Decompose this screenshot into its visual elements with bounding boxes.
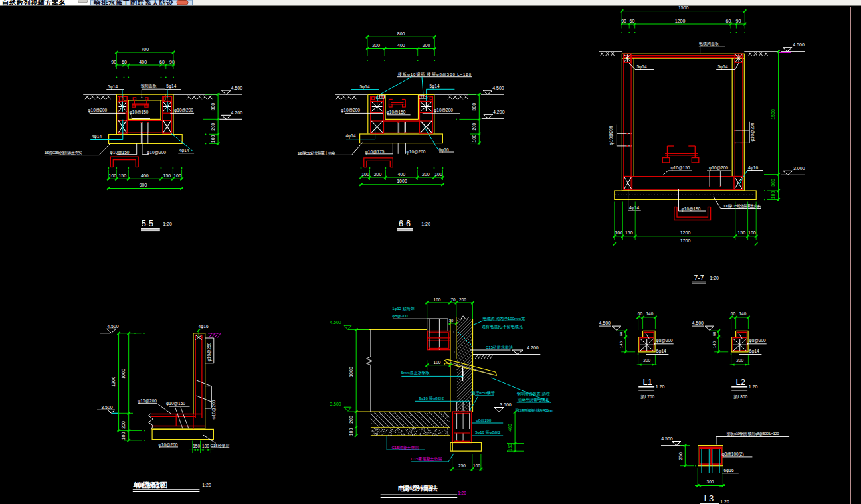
svg-text:150: 150	[625, 230, 633, 235]
svg-text:4.500: 4.500	[107, 324, 119, 329]
svg-text:100: 100	[473, 463, 480, 468]
svg-text:300: 300	[771, 179, 775, 187]
svg-text:4.200: 4.200	[527, 345, 539, 350]
svg-text:6φ16: 6φ16	[438, 147, 448, 153]
svg-text:4.500: 4.500	[330, 320, 341, 325]
svg-text:200: 200	[422, 172, 430, 177]
svg-text:6φ14: 6φ14	[749, 349, 759, 354]
svg-text:200: 200	[211, 123, 215, 131]
svg-text:φ8@200: φ8@200	[392, 314, 408, 318]
svg-text:140: 140	[739, 311, 746, 316]
svg-text:φ10@200: φ10@200	[159, 442, 178, 448]
svg-text:φ10@200: φ10@200	[147, 150, 166, 155]
svg-text:单侧壁板配筋图: 单侧壁板配筋图	[133, 481, 167, 489]
svg-text:4φ16: 4φ16	[748, 165, 758, 171]
svg-text:φ10@150: φ10@150	[682, 207, 701, 212]
svg-text:C15混凝土垫层: C15混凝土垫层	[391, 445, 419, 450]
svg-text:3.500: 3.500	[500, 402, 512, 407]
svg-text:φ10@200: φ10@200	[750, 122, 755, 141]
svg-text:60: 60	[122, 60, 127, 64]
svg-text:150: 150	[193, 444, 200, 448]
svg-text:4φ14: 4φ14	[179, 148, 189, 153]
svg-text:4φ14: 4φ14	[92, 134, 102, 139]
svg-text:4φ16: 4φ16	[198, 324, 208, 329]
svg-text:250: 250	[458, 463, 466, 468]
svg-text:φ10@200: φ10@200	[341, 108, 360, 113]
svg-text:3.000: 3.000	[793, 166, 805, 171]
svg-text:6φ14: 6φ14	[656, 349, 666, 354]
svg-text:4.500: 4.500	[231, 86, 243, 90]
svg-text:100: 100	[202, 444, 209, 448]
svg-text:60: 60	[712, 331, 716, 336]
svg-text:1200: 1200	[675, 19, 686, 23]
svg-text:100: 100	[472, 135, 476, 143]
svg-text:C15素混凝土垫层: C15素混凝土垫层	[411, 456, 442, 462]
svg-text:5φ14: 5φ14	[359, 84, 369, 90]
svg-text:楼板φ10钢筋 楼层φ8@500 L=120: 楼板φ10钢筋 楼层φ8@500 L=120	[727, 431, 780, 436]
svg-text:200: 200	[643, 358, 650, 363]
svg-text:4.200: 4.200	[231, 110, 243, 115]
svg-text:3φ16 箍φ8@2: 3φ16 箍φ8@2	[475, 430, 501, 434]
svg-text:200: 200	[423, 43, 430, 48]
svg-text:5φ14: 5φ14	[718, 64, 727, 70]
svg-text:60: 60	[726, 19, 731, 23]
svg-text:电缆沟盖板: 电缆沟盖板	[699, 41, 719, 46]
svg-text:200: 200	[372, 43, 380, 48]
svg-text:900: 900	[140, 183, 147, 187]
svg-text:φ8@200: φ8@200	[476, 418, 492, 422]
svg-text:200: 200	[374, 172, 382, 177]
svg-text:梁L700: 梁L700	[640, 394, 654, 399]
svg-text:C15砼散水做法: C15砼散水做法	[486, 345, 513, 350]
svg-text:200: 200	[121, 421, 126, 429]
svg-text:100: 100	[109, 173, 117, 178]
svg-text:1000: 1000	[397, 179, 407, 183]
svg-text:油麻丝沥青电缆孔: 油麻丝沥青电缆孔	[518, 397, 549, 402]
svg-text:φ10@150: φ10@150	[166, 401, 185, 406]
svg-text:300: 300	[707, 479, 714, 484]
svg-text:梁L800: 梁L800	[733, 394, 747, 399]
svg-text:φ10@200: φ10@200	[407, 149, 426, 155]
svg-text:4φ14: 4φ14	[345, 133, 355, 139]
svg-text:100: 100	[211, 135, 215, 143]
svg-text:1000: 1000	[349, 367, 353, 377]
svg-text:1700: 1700	[680, 238, 691, 243]
svg-text:60: 60	[630, 19, 635, 23]
svg-text:1:20: 1:20	[710, 276, 719, 280]
svg-text:400: 400	[139, 60, 147, 64]
svg-text:楼板φ10钢筋 楼层φ8@500 L=120: 楼板φ10钢筋 楼层φ8@500 L=120	[398, 72, 472, 76]
svg-text:3.500: 3.500	[330, 402, 341, 406]
svg-text:5φ14: 5φ14	[166, 84, 176, 89]
svg-text:L3: L3	[704, 493, 714, 503]
svg-text:5φ14: 5φ14	[429, 84, 439, 89]
svg-text:30: 30	[449, 319, 454, 323]
svg-text:4.500: 4.500	[661, 436, 673, 441]
svg-text:φ10@200: φ10@200	[211, 400, 217, 419]
svg-text:700: 700	[141, 47, 149, 52]
svg-text:遇有电缆孔,予留电缆孔: 遇有电缆孔,予留电缆孔	[482, 324, 523, 329]
svg-text:800: 800	[397, 31, 405, 36]
svg-text:φ8@200: φ8@200	[749, 338, 766, 343]
svg-text:7-7: 7-7	[694, 274, 704, 282]
svg-text:φ10@150: φ10@150	[671, 165, 690, 171]
svg-text:90: 90	[169, 60, 175, 64]
svg-text:1φ12 贴角焊: 1φ12 贴角焊	[392, 306, 415, 311]
svg-text:150: 150	[508, 444, 512, 451]
svg-text:1:20: 1:20	[749, 384, 758, 389]
svg-text:4.200: 4.200	[493, 110, 505, 114]
svg-text:L1: L1	[642, 377, 652, 387]
svg-text:100: 100	[361, 172, 369, 177]
svg-text:1200: 1200	[680, 230, 691, 235]
svg-text:6mm厚止水钢板: 6mm厚止水钢板	[401, 370, 429, 375]
svg-text:电缆沟穿外墙做法: 电缆沟穿外墙做法	[398, 485, 438, 492]
svg-text:90: 90	[736, 19, 741, 23]
svg-text:φ10@150: φ10@150	[387, 110, 406, 115]
svg-text:100: 100	[121, 432, 126, 440]
svg-text:4.500: 4.500	[599, 321, 611, 325]
svg-text:1:20: 1:20	[656, 384, 665, 389]
svg-text:φ10@250: φ10@250	[207, 342, 212, 361]
svg-text:4φ14: 4φ14	[629, 205, 639, 210]
svg-text:70: 70	[450, 297, 456, 302]
svg-text:φ10@150: φ10@150	[130, 110, 149, 115]
svg-text:400: 400	[397, 43, 405, 48]
svg-text:1:20: 1:20	[720, 499, 729, 504]
